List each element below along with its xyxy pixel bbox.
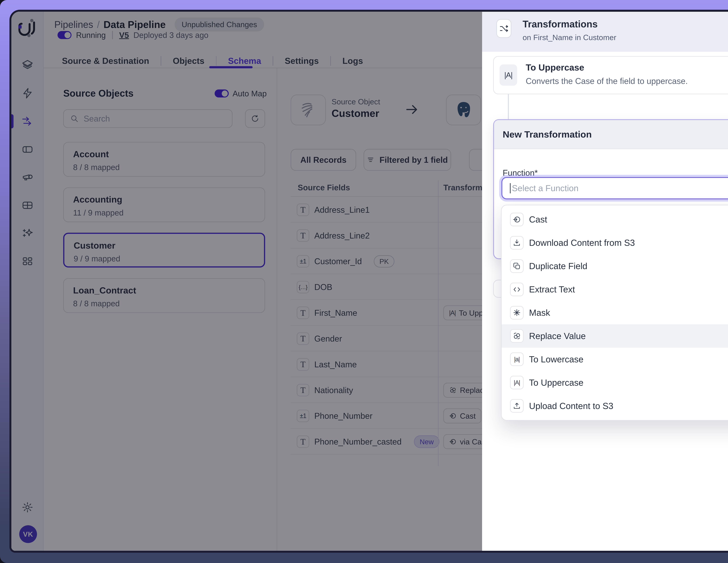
option-label: Extract Text [529,284,575,295]
applied-transformation-title: To Uppercase [526,62,584,73]
mask-icon [513,308,521,317]
drawer-icon-box [496,19,511,38]
drawer-header: Transformations on First_Name in Custome… [482,12,728,52]
option-icon [510,329,524,343]
transformations-drawer: Transformations on First_Name in Custome… [482,12,728,551]
extract-icon [513,285,521,294]
function-field-label: Function* [503,168,538,178]
card-connector-line [508,94,509,119]
screenshot-stage: VK Pipelines / Data Pipeline Unpublished… [0,0,728,563]
drawer-subtitle: on First_Name in Customer [523,33,616,42]
option-icon [510,399,524,413]
option-icon [510,236,524,249]
function-dropdown: Cast Download Content from S3 Duplicate … [501,205,728,421]
option-icon [510,259,524,273]
option-icon: |A| [510,376,524,389]
applied-transformation-card[interactable]: |A| To Uppercase Converts the Case of th… [493,56,728,94]
drawer-title: Transformations [523,18,598,30]
option-icon [510,213,524,226]
option-label: To Uppercase [529,378,584,388]
shuffle-icon [499,24,509,33]
new-transformation-header[interactable]: New Transformation [494,120,728,149]
dropdown-option-mask[interactable]: Mask [502,301,728,324]
dropdown-option-to-uppercase[interactable]: |A| To Uppercase [502,371,728,394]
dropdown-option-cast[interactable]: Cast [502,208,728,231]
new-transformation-title: New Transformation [503,129,592,140]
option-icon [510,283,524,296]
dropdown-option-download-content-from-s3[interactable]: Download Content from S3 [502,231,728,254]
option-label: Mask [529,308,550,318]
upload-icon [513,402,521,410]
dropdown-option-upload-content-to-s3[interactable]: Upload Content to S3 [502,394,728,418]
option-icon: |a| [510,353,524,366]
function-select-input[interactable]: Select a Function [501,177,728,199]
download-icon [513,238,521,247]
replace-icon [513,332,521,340]
duplicate-icon [513,262,521,270]
dropdown-option-replace-value[interactable]: Replace Value [502,324,728,348]
option-icon [510,306,524,320]
text-cursor [510,183,510,193]
option-label: Duplicate Field [529,261,587,271]
option-label: Cast [529,214,547,224]
uppercase-icon: |A| [500,64,517,86]
dropdown-option-to-lowercase[interactable]: |a| To Lowercase [502,348,728,371]
dropdown-option-extract-text[interactable]: Extract Text [502,278,728,301]
cast-icon [513,215,521,224]
option-label: Download Content from S3 [529,238,635,248]
dropdown-option-duplicate-field[interactable]: Duplicate Field [502,254,728,278]
option-label: Replace Value [529,331,586,341]
applied-transformation-description: Converts the Case of the field to upperc… [526,76,688,86]
function-select-placeholder: Select a Function [512,183,579,193]
option-label: To Lowercase [529,354,584,365]
option-label: Upload Content to S3 [529,401,613,411]
